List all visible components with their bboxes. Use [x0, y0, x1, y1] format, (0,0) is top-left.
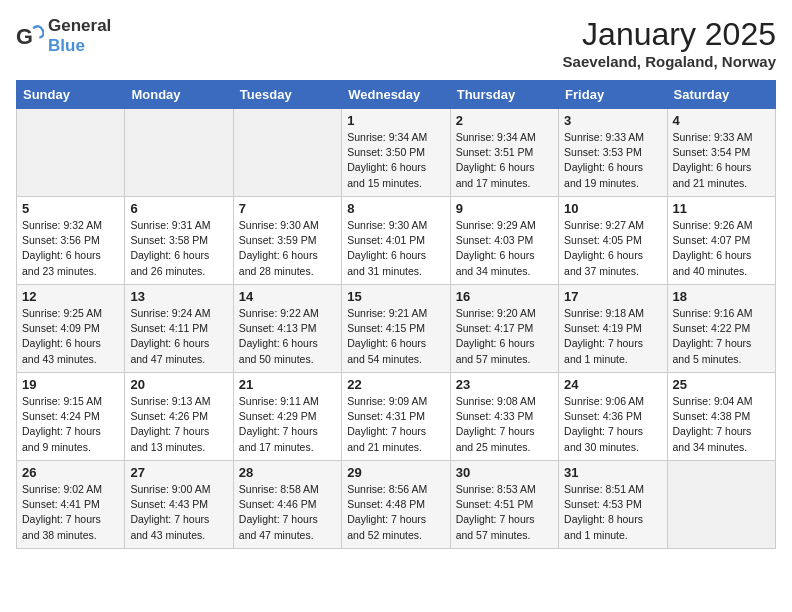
calendar-cell: 1Sunrise: 9:34 AM Sunset: 3:50 PM Daylig… [342, 109, 450, 197]
calendar-cell: 17Sunrise: 9:18 AM Sunset: 4:19 PM Dayli… [559, 285, 667, 373]
calendar-cell: 19Sunrise: 9:15 AM Sunset: 4:24 PM Dayli… [17, 373, 125, 461]
logo: G General Blue [16, 16, 111, 56]
day-number: 14 [239, 289, 336, 304]
calendar-cell: 12Sunrise: 9:25 AM Sunset: 4:09 PM Dayli… [17, 285, 125, 373]
weekday-header-saturday: Saturday [667, 81, 775, 109]
weekday-header-wednesday: Wednesday [342, 81, 450, 109]
calendar-cell: 21Sunrise: 9:11 AM Sunset: 4:29 PM Dayli… [233, 373, 341, 461]
cell-info: Sunrise: 9:21 AM Sunset: 4:15 PM Dayligh… [347, 306, 444, 367]
calendar-cell: 13Sunrise: 9:24 AM Sunset: 4:11 PM Dayli… [125, 285, 233, 373]
weekday-header-monday: Monday [125, 81, 233, 109]
calendar-cell: 14Sunrise: 9:22 AM Sunset: 4:13 PM Dayli… [233, 285, 341, 373]
logo-text: General Blue [48, 16, 111, 56]
day-number: 7 [239, 201, 336, 216]
cell-info: Sunrise: 9:08 AM Sunset: 4:33 PM Dayligh… [456, 394, 553, 455]
calendar-cell: 25Sunrise: 9:04 AM Sunset: 4:38 PM Dayli… [667, 373, 775, 461]
day-number: 28 [239, 465, 336, 480]
calendar-cell: 16Sunrise: 9:20 AM Sunset: 4:17 PM Dayli… [450, 285, 558, 373]
logo-icon: G [16, 22, 44, 50]
week-row-5: 26Sunrise: 9:02 AM Sunset: 4:41 PM Dayli… [17, 461, 776, 549]
cell-info: Sunrise: 9:34 AM Sunset: 3:51 PM Dayligh… [456, 130, 553, 191]
cell-info: Sunrise: 9:30 AM Sunset: 4:01 PM Dayligh… [347, 218, 444, 279]
calendar-cell [667, 461, 775, 549]
day-number: 2 [456, 113, 553, 128]
cell-info: Sunrise: 9:31 AM Sunset: 3:58 PM Dayligh… [130, 218, 227, 279]
cell-info: Sunrise: 9:16 AM Sunset: 4:22 PM Dayligh… [673, 306, 770, 367]
cell-info: Sunrise: 9:24 AM Sunset: 4:11 PM Dayligh… [130, 306, 227, 367]
day-number: 25 [673, 377, 770, 392]
day-number: 11 [673, 201, 770, 216]
week-row-3: 12Sunrise: 9:25 AM Sunset: 4:09 PM Dayli… [17, 285, 776, 373]
cell-info: Sunrise: 9:32 AM Sunset: 3:56 PM Dayligh… [22, 218, 119, 279]
calendar-cell: 15Sunrise: 9:21 AM Sunset: 4:15 PM Dayli… [342, 285, 450, 373]
cell-info: Sunrise: 9:18 AM Sunset: 4:19 PM Dayligh… [564, 306, 661, 367]
day-number: 4 [673, 113, 770, 128]
cell-info: Sunrise: 9:20 AM Sunset: 4:17 PM Dayligh… [456, 306, 553, 367]
calendar-cell: 4Sunrise: 9:33 AM Sunset: 3:54 PM Daylig… [667, 109, 775, 197]
cell-info: Sunrise: 8:53 AM Sunset: 4:51 PM Dayligh… [456, 482, 553, 543]
calendar-cell: 30Sunrise: 8:53 AM Sunset: 4:51 PM Dayli… [450, 461, 558, 549]
day-number: 5 [22, 201, 119, 216]
day-number: 24 [564, 377, 661, 392]
calendar-cell [125, 109, 233, 197]
weekday-header-thursday: Thursday [450, 81, 558, 109]
cell-info: Sunrise: 9:15 AM Sunset: 4:24 PM Dayligh… [22, 394, 119, 455]
cell-info: Sunrise: 9:33 AM Sunset: 3:54 PM Dayligh… [673, 130, 770, 191]
day-number: 13 [130, 289, 227, 304]
cell-info: Sunrise: 9:09 AM Sunset: 4:31 PM Dayligh… [347, 394, 444, 455]
cell-info: Sunrise: 9:22 AM Sunset: 4:13 PM Dayligh… [239, 306, 336, 367]
day-number: 15 [347, 289, 444, 304]
day-number: 3 [564, 113, 661, 128]
cell-info: Sunrise: 9:00 AM Sunset: 4:43 PM Dayligh… [130, 482, 227, 543]
day-number: 10 [564, 201, 661, 216]
calendar-cell: 22Sunrise: 9:09 AM Sunset: 4:31 PM Dayli… [342, 373, 450, 461]
day-number: 19 [22, 377, 119, 392]
day-number: 9 [456, 201, 553, 216]
logo-general: General [48, 16, 111, 35]
day-number: 29 [347, 465, 444, 480]
calendar-cell: 2Sunrise: 9:34 AM Sunset: 3:51 PM Daylig… [450, 109, 558, 197]
day-number: 31 [564, 465, 661, 480]
cell-info: Sunrise: 9:02 AM Sunset: 4:41 PM Dayligh… [22, 482, 119, 543]
cell-info: Sunrise: 9:26 AM Sunset: 4:07 PM Dayligh… [673, 218, 770, 279]
cell-info: Sunrise: 9:33 AM Sunset: 3:53 PM Dayligh… [564, 130, 661, 191]
location-title: Saeveland, Rogaland, Norway [563, 53, 776, 70]
calendar-cell: 9Sunrise: 9:29 AM Sunset: 4:03 PM Daylig… [450, 197, 558, 285]
calendar-cell [17, 109, 125, 197]
cell-info: Sunrise: 9:29 AM Sunset: 4:03 PM Dayligh… [456, 218, 553, 279]
calendar-cell: 29Sunrise: 8:56 AM Sunset: 4:48 PM Dayli… [342, 461, 450, 549]
calendar-cell: 31Sunrise: 8:51 AM Sunset: 4:53 PM Dayli… [559, 461, 667, 549]
cell-info: Sunrise: 9:13 AM Sunset: 4:26 PM Dayligh… [130, 394, 227, 455]
calendar-cell: 11Sunrise: 9:26 AM Sunset: 4:07 PM Dayli… [667, 197, 775, 285]
month-title: January 2025 [563, 16, 776, 53]
svg-text:G: G [16, 24, 33, 49]
logo-blue: Blue [48, 36, 85, 55]
calendar-cell: 18Sunrise: 9:16 AM Sunset: 4:22 PM Dayli… [667, 285, 775, 373]
calendar-cell: 8Sunrise: 9:30 AM Sunset: 4:01 PM Daylig… [342, 197, 450, 285]
weekday-header-sunday: Sunday [17, 81, 125, 109]
calendar-cell: 10Sunrise: 9:27 AM Sunset: 4:05 PM Dayli… [559, 197, 667, 285]
day-number: 8 [347, 201, 444, 216]
day-number: 18 [673, 289, 770, 304]
day-number: 20 [130, 377, 227, 392]
day-number: 17 [564, 289, 661, 304]
weekday-header-row: SundayMondayTuesdayWednesdayThursdayFrid… [17, 81, 776, 109]
calendar-cell: 5Sunrise: 9:32 AM Sunset: 3:56 PM Daylig… [17, 197, 125, 285]
day-number: 27 [130, 465, 227, 480]
day-number: 6 [130, 201, 227, 216]
day-number: 12 [22, 289, 119, 304]
calendar-cell: 3Sunrise: 9:33 AM Sunset: 3:53 PM Daylig… [559, 109, 667, 197]
calendar-cell: 7Sunrise: 9:30 AM Sunset: 3:59 PM Daylig… [233, 197, 341, 285]
week-row-2: 5Sunrise: 9:32 AM Sunset: 3:56 PM Daylig… [17, 197, 776, 285]
cell-info: Sunrise: 9:11 AM Sunset: 4:29 PM Dayligh… [239, 394, 336, 455]
calendar-cell: 26Sunrise: 9:02 AM Sunset: 4:41 PM Dayli… [17, 461, 125, 549]
calendar-cell: 28Sunrise: 8:58 AM Sunset: 4:46 PM Dayli… [233, 461, 341, 549]
header: G General Blue January 2025 Saeveland, R… [16, 16, 776, 70]
cell-info: Sunrise: 9:30 AM Sunset: 3:59 PM Dayligh… [239, 218, 336, 279]
calendar-cell [233, 109, 341, 197]
cell-info: Sunrise: 8:56 AM Sunset: 4:48 PM Dayligh… [347, 482, 444, 543]
week-row-4: 19Sunrise: 9:15 AM Sunset: 4:24 PM Dayli… [17, 373, 776, 461]
weekday-header-tuesday: Tuesday [233, 81, 341, 109]
weekday-header-friday: Friday [559, 81, 667, 109]
cell-info: Sunrise: 9:06 AM Sunset: 4:36 PM Dayligh… [564, 394, 661, 455]
